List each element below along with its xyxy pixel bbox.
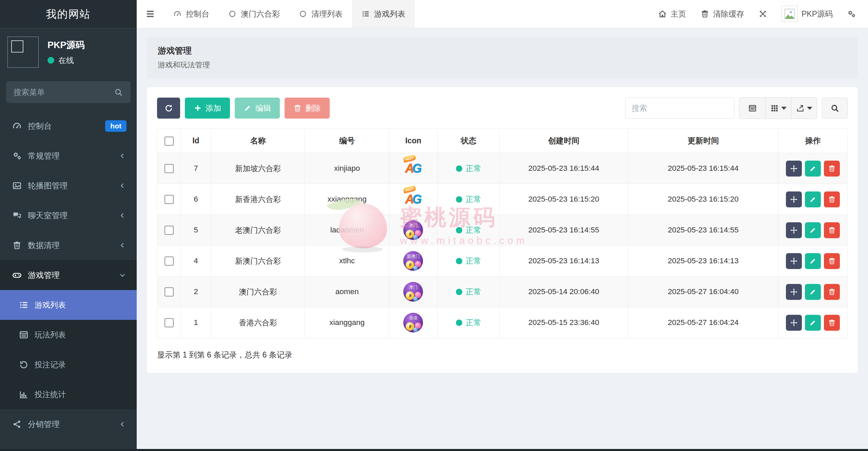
move-arrows-icon [790, 257, 798, 265]
edit-row-button[interactable] [805, 315, 821, 331]
add-button[interactable]: 添加 [185, 98, 230, 119]
row-checkbox[interactable] [165, 257, 174, 266]
cell-updated-time: 2025-05-23 16:14:55 [628, 215, 778, 246]
column-header-created[interactable]: 创建时间 [500, 129, 628, 153]
sidebar-item-game-list[interactable]: 游戏列表 [0, 290, 137, 320]
tab-label: 清理列表 [311, 9, 343, 19]
row-checkbox[interactable] [165, 318, 174, 327]
detail-view-button[interactable] [739, 98, 765, 119]
fullscreen-button[interactable] [758, 9, 767, 18]
move-row-button[interactable] [786, 315, 802, 331]
sidebar-item-play-list[interactable]: 玩法列表 [0, 320, 137, 350]
column-header-actions: 操作 [778, 129, 848, 153]
sidebar-search-input[interactable] [14, 88, 114, 97]
sidebar-menu: 控制台 hot 常规管理 轮播图管理 聊天室管理 数据清理 游戏管理 [0, 111, 137, 451]
home-button[interactable]: 主页 [658, 9, 686, 19]
clear-cache-button[interactable]: 清除缓存 [700, 9, 744, 19]
cell-code: xianggang [305, 307, 389, 338]
status-dot-icon [456, 258, 462, 264]
column-header-id[interactable]: Id [181, 129, 211, 153]
pencil-icon [809, 288, 817, 296]
pencil-icon [809, 165, 817, 172]
table-body: 7 新加坡六合彩 xinjiapo HOTAG 正常 2025-05-23 16… [157, 153, 848, 338]
sidebar-item-bet-stats[interactable]: 投注统计 [0, 380, 137, 409]
edit-row-button[interactable] [805, 222, 821, 238]
hamburger-menu-icon[interactable] [137, 0, 164, 28]
list-icon [19, 300, 35, 310]
delete-row-button[interactable] [824, 253, 840, 269]
move-row-button[interactable] [786, 222, 802, 238]
delete-row-button[interactable] [824, 161, 840, 177]
select-all-checkbox[interactable] [165, 137, 174, 146]
edit-row-button[interactable] [805, 161, 821, 177]
export-button[interactable] [791, 98, 817, 119]
move-row-button[interactable] [786, 284, 802, 300]
move-row-button[interactable] [786, 161, 802, 177]
tab-dashboard[interactable]: 控制台 [164, 0, 219, 28]
cell-code: xtlhc [305, 246, 389, 276]
sidebar-item-game-manage[interactable]: 游戏管理 [0, 260, 137, 290]
user-panel: PKP源码 在线 [0, 28, 137, 77]
sidebar-item-bet-records[interactable]: 投注记录 [0, 350, 137, 380]
sidebar-item-carousel[interactable]: 轮播图管理 [0, 171, 137, 201]
delete-row-button[interactable] [824, 284, 840, 300]
sidebar-item-general[interactable]: 常规管理 [0, 141, 137, 171]
delete-row-button[interactable] [824, 222, 840, 238]
columns-button[interactable] [765, 98, 791, 119]
sidebar-search [6, 81, 131, 103]
status-label: 正常 [466, 163, 481, 174]
user-menu[interactable]: PKP源码 [782, 6, 833, 22]
sidebar-item-data-clean[interactable]: 数据清理 [0, 230, 137, 260]
move-row-button[interactable] [786, 191, 802, 207]
move-arrows-icon [790, 165, 798, 172]
row-checkbox[interactable] [165, 195, 174, 204]
row-checkbox[interactable] [165, 164, 174, 173]
status-badge: 正常 [456, 163, 481, 174]
sidebar-item-distribution[interactable]: 分销管理 [0, 409, 137, 439]
row-checkbox[interactable] [165, 226, 174, 235]
column-header-updated[interactable]: 更新时间 [628, 129, 778, 153]
game-icon: 香港 [403, 313, 423, 332]
edit-button[interactable]: 编辑 [235, 98, 280, 119]
tab-clean-list[interactable]: 清理列表 [289, 0, 352, 28]
column-header-status[interactable]: 状态 [438, 129, 500, 153]
sidebar-item-chatroom[interactable]: 聊天室管理 [0, 201, 137, 230]
edit-row-button[interactable] [805, 253, 821, 269]
avatar [782, 6, 798, 22]
row-checkbox[interactable] [165, 287, 174, 296]
cell-id: 7 [181, 153, 211, 184]
refresh-button[interactable] [157, 98, 180, 119]
delete-row-button[interactable] [824, 315, 840, 331]
status-label: 正常 [466, 225, 481, 235]
move-row-button[interactable] [786, 253, 802, 269]
cell-name: 澳门六合彩 [211, 276, 305, 307]
sidebar-item-dashboard[interactable]: 控制台 hot [0, 111, 137, 141]
gamepad-icon [12, 270, 28, 280]
sidebar-submenu: 游戏列表 玩法列表 投注记录 投注统计 [0, 290, 137, 409]
table-toolbar: 添加 编辑 删除 [157, 97, 848, 119]
column-header-icon[interactable]: Icon [389, 129, 437, 153]
edit-row-button[interactable] [805, 284, 821, 300]
chevron-left-icon [118, 420, 127, 428]
move-arrows-icon [790, 319, 798, 327]
delete-button[interactable]: 删除 [285, 98, 330, 119]
column-header-code[interactable]: 编号 [305, 129, 389, 153]
pencil-icon [809, 226, 817, 234]
sidebar-group-games: 游戏管理 游戏列表 玩法列表 投注记录 投注统计 [0, 260, 137, 409]
cell-id: 6 [181, 184, 211, 215]
circle-icon [299, 10, 307, 18]
sidebar-item-label: 游戏列表 [35, 300, 66, 310]
tab-game-list[interactable]: 游戏列表 [352, 0, 415, 28]
column-header-name[interactable]: 名称 [211, 129, 305, 153]
settings-button[interactable] [847, 9, 856, 18]
chevron-left-icon [118, 241, 127, 249]
tab-macau-lottery[interactable]: 澳门六合彩 [219, 0, 289, 28]
delete-row-button[interactable] [824, 191, 840, 207]
table-search-input[interactable] [625, 98, 734, 119]
edit-row-button[interactable] [805, 191, 821, 207]
search-submit-button[interactable] [822, 98, 848, 119]
sidebar-item-label: 数据清理 [28, 240, 60, 251]
cell-name: 新澳门六合彩 [211, 246, 305, 276]
trash-icon [828, 226, 836, 234]
history-icon [19, 360, 35, 369]
